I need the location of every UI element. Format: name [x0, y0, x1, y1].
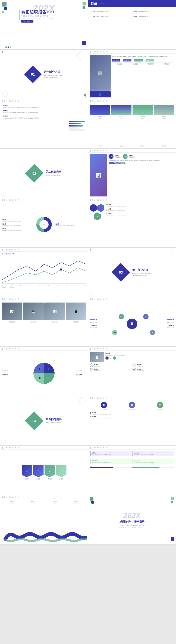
bubble-cluster: 💬 📅 🔗 📤 ⭐ — [99, 310, 165, 338]
photo-card-1: 📝 概述文字说明 请在此处输入文字 — [1, 302, 22, 345]
icon-item-1: 📊 输入标题 请在此处输入文字 — [90, 364, 132, 367]
grad-item-4: 概述标题 请在此处 — [154, 105, 174, 143]
pie-presents-right: PRESENT 说明内容 PRESENT 说明内容 — [76, 370, 86, 376]
toc-body: Part 1 / 第一部分内容介绍 Part 3 / 第三部分内容介绍 Part… — [88, 7, 176, 21]
final-subtitle2: WORK PLAN SUMMARY REPORT — [119, 527, 145, 528]
slide-header-11: 工 作 概 述 报 告 — [3, 248, 20, 250]
timeline-item-1: ● 概述标题 请在此处输入您的文字内容，此处应简要说明主题，请在此处输入文字内容… — [1, 104, 66, 108]
toc-item-1: Part 1 / 第一部分内容介绍 — [93, 11, 131, 12]
slide-linechart: 工 作 概 述 报 告 The title content — [0, 248, 88, 297]
text-box-row-1: 如果此处…… 请在此处输入您的文字内容，此处应简要说明主题。 如果此处…… 请在… — [90, 452, 174, 456]
slide-work-flow: 工 作 概 述 报 告 🏢 👤 请在此处输入您的文字内容，此处应简要说明主题，请… — [88, 50, 176, 99]
section-title-04: 第四部分内容 — [46, 418, 62, 421]
chart-title: The title content — [1, 253, 86, 255]
slide-header-19: 工 作 概 述 报 告 — [3, 447, 20, 448]
final-title: 感谢聆听，批评指导 — [119, 520, 145, 524]
slide-header-13: 工 作 概 述 报 告 — [3, 298, 20, 300]
slide-section-01: 01 第一部分内容 Please enter your text here, w… — [0, 50, 88, 99]
slide-header-21: 工 作 概 述 报 告 — [3, 496, 20, 498]
slide-numbered-icons: 工 作 概 述 报 告 📊 各方面标题 📋 各方面标题 💡 各方面标题 — [88, 396, 176, 446]
section-subtitle-03: Please enter your text here, whichshould… — [132, 272, 151, 276]
slide-header-8: 工 作 概 述 报 告 — [92, 150, 108, 152]
grad-item-3: 概述标题 请在此处 — [133, 105, 153, 143]
wave-labels: 标题文字 说明内容 标题文字 说明内容 标题文字 说明内容 标题文字 说明内容 — [2, 501, 86, 504]
slide-gradient-bars: 工 作 概 述 报 告 概述标题 请在此处 概述标题 请在此处 概述标题 请 — [88, 99, 176, 148]
toc-title: 目录 — [91, 2, 97, 6]
main-title: 转正述职报告PPT — [21, 10, 55, 14]
section-number-03: 03 — [119, 270, 123, 274]
grad-item-1: 概述标题 请在此处 — [90, 105, 110, 143]
timeline-item-3: ● 概述标题 请在此处输入您的文字内容，此处应简要说明主题，请在此处输入文字内容… — [1, 115, 66, 119]
slide8-text: 请在此处输入您的文字内容，此处应简要说明主题，请在此处输入您的文字内容，此处应简… — [109, 160, 175, 162]
final-content: 202X 感谢聆听，批评指导 年终总结＼新年计划＼述职报告＼工作汇报 WORK … — [119, 512, 145, 528]
line-chart-area: 10 20 30 40 50 60 70 80 90 100 — [1, 256, 86, 284]
slide-hexagons: 工 作 概 述 报 告 03 ⚙ 📋 — [88, 198, 176, 248]
timeline-item-2: ● 概述标题 请在此处输入您的文字内容，此处应简要说明主题，请在此处输入文字内容… — [1, 110, 66, 113]
toc-item-4: Part 4 / 第四部分内容介绍 — [133, 16, 172, 18]
slide4-icon: 👤 — [90, 91, 111, 98]
hex-3: 📋 — [94, 212, 101, 220]
numbered-icon-2: 📋 各方面标题 — [129, 402, 135, 410]
slide-icons-grid: 工 作 概 述 报 告 📑 输入标题 请在此处输入您的文字内容，此处应简要说明主… — [88, 346, 176, 396]
hex-content-1: 03小标题 请在此处输入您的文字内容，此处应简要说明主题。 — [106, 204, 174, 207]
section-subtitle-04: 请在此处输入您的文字内容 — [46, 422, 62, 424]
slide-donut: 工 作 概 述 报 告 小标题 请在此处输入您的文字内容，此处应简要说明主题。 … — [0, 198, 88, 248]
present-left: PRESENT 请在此处输入文字 PRESENT 请在此处输入文字 — [90, 319, 97, 328]
numbered-icon-1: 📊 各方面标题 — [101, 402, 107, 410]
section-title-03: 第三部分内容 — [132, 268, 151, 272]
bullet-item-2: 输入标题 请在此处输入您的文字内容，此处应简要说明主题。 — [90, 416, 174, 419]
photo-card-3: 📊 概述文字说明 请在此处输入文字 — [44, 302, 65, 345]
slide8-image: 📊 — [90, 154, 107, 196]
slide-timeline: 工 作 概 述 报 告 ● 概述标题 请在此处输入您的文字内容，此处应简要说明主… — [0, 99, 88, 148]
section-number-04: 04 — [32, 419, 36, 423]
pie-chart: 💲 🛒 🏛 ⚙ — [13, 361, 74, 386]
section-subtitle-02: 请在此处输入您的文字内容 — [46, 174, 62, 176]
icon-circle-1: 1% — [109, 154, 114, 159]
photo-card-4: 📱 概述文字说明 请在此处输入文字 — [66, 302, 87, 345]
slide-header-9: 工 作 概 述 报 告 — [3, 199, 20, 201]
toc-subtitle: CONTENT — [99, 3, 107, 4]
slide-header-4: 工 作 概 述 报 告 — [92, 50, 108, 52]
hex-content-3: 03/小标题 请在此处输入您的文字内容，此处应简要说明主题。 — [106, 213, 174, 216]
final-subtitle: 年终总结＼新年计划＼述职报告＼工作汇报 — [119, 525, 145, 526]
arrow-shape-3: ↗ 输入标题 请在此处输入 — [44, 465, 55, 480]
hex-content-2: 03小标题 请在此处输入您的文字内容，此处应简要说明主题。 — [106, 208, 174, 211]
donut-labels-right: 小标题 请在此处输入您的文字内容，此处应简要说明主题。 — [55, 223, 86, 226]
author-badge: 汇报：露山办公 — [21, 20, 33, 22]
present-right: PRESENT 请在此处输入文字 PRESENT 请在此处输入文字 — [167, 319, 174, 328]
toc-item-3: Part 3 / 第三部分内容介绍 — [133, 11, 172, 12]
pie-presents-left: PRESENT 说明内容 PRESENT 说明内容 — [1, 370, 12, 376]
slide-header-6: 工 作 概 述 报 告 — [92, 100, 108, 102]
slide-toc: 目录 CONTENT Part 1 / 第一部分内容介绍 Part 3 / 第三… — [88, 0, 176, 50]
section-number-01: 01 — [31, 72, 35, 76]
donut-chart: 🔒 — [35, 216, 53, 234]
section-subtitle-01: Please enter your text here, whichshould… — [43, 75, 62, 78]
section-title-01: 第一部分内容 — [43, 70, 62, 74]
photo-card-2: 💻 概述文字说明 请在此处输入文字 — [23, 302, 44, 345]
slide-header-5: 工 作 概 述 报 告 — [3, 100, 20, 102]
slide4-desc: 请在此处输入您的文字内容，此处应简要说明主题，请在此处输入您的文字内容，此处应简… — [112, 55, 175, 57]
subtitle1: 年终总结＼新年计划＼述职报告＼工作汇报 — [21, 15, 55, 17]
slide-present-bubbles: 工 作 概 述 报 告 PRESENT 请在此处输入文字 PRESENT 请在此… — [88, 297, 176, 346]
text-box-row-2: 聆听，批评…… 请在此处输入您的文字内容，此处应简要说明主题。 聆听，批评…… … — [90, 459, 174, 464]
wave-container — [1, 528, 87, 543]
arrow-shape-4: ↗ 输入标题 请在此处输入 — [56, 465, 66, 480]
svg-text:🛒: 🛒 — [47, 376, 50, 379]
slide-pie-present: 工 作 概 述 报 告 PRESENT 说明内容 PRESENT 说明内容 — [0, 346, 88, 396]
slide-header-20: 工 作 概 述 报 告 — [92, 447, 108, 448]
slide-wave-shapes: 工 作 概 述 报 告 标题文字 说明内容 标题文字 说明内容 — [0, 495, 88, 544]
numbered-icon-3: 💡 各方面标题 — [157, 402, 163, 410]
svg-text:🏛: 🏛 — [38, 377, 41, 379]
toc-item-2: Part 2 / 第二部分内容介绍 — [93, 16, 131, 18]
hex-2: ⚙ — [97, 204, 104, 212]
section-number-02: 02 — [32, 171, 36, 175]
bullet-item-1: 输入标题 请在此处输入您的文字内容，此处应简要说明主题。 — [90, 412, 174, 415]
final-year: 202X — [119, 512, 145, 519]
slide-text-boxes: 工 作 概 述 报 告 如果此处…… 请在此处输入您的文字内容，此处应简要说明主… — [88, 446, 176, 495]
slide4-image1: 🏢 — [90, 55, 111, 90]
slide-title: 202X 转正述职报告PPT 年终总结＼新年计划＼述职报告＼工作汇报 WORK … — [0, 0, 88, 50]
slide-final: 202X 感谢聆听，批评指导 年终总结＼新年计划＼述职报告＼工作汇报 WORK … — [88, 495, 176, 544]
slide16-image: 📑 — [90, 352, 104, 362]
slide-header-18: 工 作 概 述 报 告 — [92, 397, 108, 399]
svg-point-8 — [60, 269, 62, 270]
